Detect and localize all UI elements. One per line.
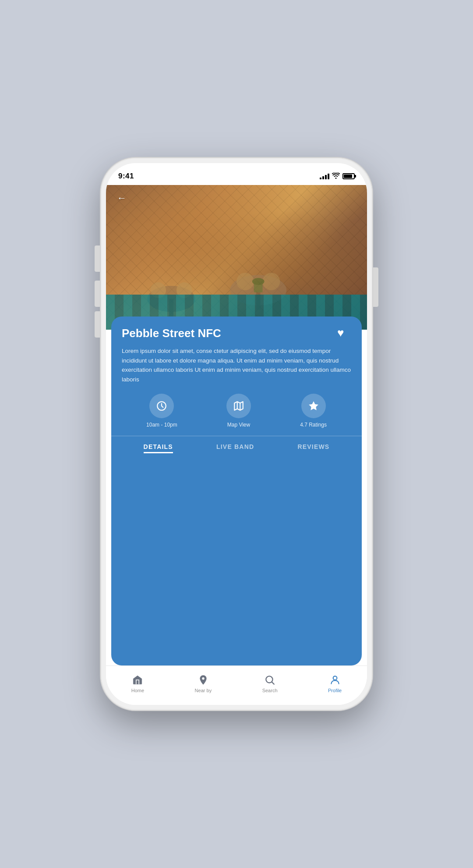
ratings-label: 4.7 Ratings	[300, 422, 327, 428]
home-icon	[131, 674, 144, 686]
hours-label: 10am - 10pm	[146, 422, 177, 428]
nav-home[interactable]: Home	[124, 670, 151, 697]
phone-frame: 9:41	[101, 158, 372, 710]
tabs-row: DETAILS LIVE BAND REVIEWS	[122, 436, 351, 459]
search-icon	[264, 674, 276, 686]
status-time: 9:41	[118, 172, 134, 181]
info-icons-row: 10am - 10pm Map View	[122, 394, 351, 428]
bottom-nav: Home Near by Search	[106, 665, 367, 705]
nav-search[interactable]: Search	[255, 670, 285, 697]
star-icon-circle	[301, 394, 326, 418]
map-icon-circle	[226, 394, 251, 418]
clock-icon-circle	[149, 394, 174, 418]
nav-profile-label: Profile	[328, 688, 342, 693]
nav-search-label: Search	[262, 688, 278, 693]
clock-icon	[156, 400, 167, 412]
wifi-icon	[332, 173, 340, 180]
nearby-icon	[197, 674, 209, 686]
map-view-label: Map View	[227, 422, 250, 428]
ratings-item[interactable]: 4.7 Ratings	[300, 394, 327, 428]
nav-nearby[interactable]: Near by	[188, 670, 219, 697]
map-view-item[interactable]: Map View	[226, 394, 251, 428]
venue-title: Pebble Street NFC	[122, 327, 221, 340]
nav-home-label: Home	[131, 688, 144, 693]
svg-point-6	[236, 273, 254, 290]
heart-icon[interactable]: ♥	[337, 326, 351, 340]
venue-description: Lorem ipsum dolor sit amet, conse ctetur…	[122, 346, 351, 384]
svg-point-9	[252, 278, 265, 285]
battery-icon	[342, 173, 355, 179]
back-arrow-icon: ←	[117, 192, 127, 204]
svg-point-13	[333, 676, 337, 680]
tab-reviews[interactable]: REVIEWS	[297, 443, 329, 453]
back-button[interactable]: ←	[115, 191, 129, 205]
tab-live-band[interactable]: LIVE BAND	[216, 443, 254, 453]
svg-point-11	[202, 677, 204, 679]
phone-notch	[201, 163, 272, 175]
hours-item[interactable]: 10am - 10pm	[146, 394, 177, 428]
map-icon	[233, 400, 244, 412]
venue-title-row: Pebble Street NFC ♥	[122, 326, 351, 340]
status-icons	[320, 173, 355, 180]
signal-icon	[320, 173, 329, 179]
nav-nearby-label: Near by	[195, 688, 212, 693]
star-icon	[308, 400, 319, 412]
svg-point-7	[263, 273, 280, 290]
tab-details[interactable]: DETAILS	[144, 443, 173, 453]
hero-image: ←	[106, 185, 367, 330]
nav-profile[interactable]: Profile	[321, 670, 349, 697]
phone-screen: 9:41	[106, 163, 367, 705]
profile-icon	[329, 674, 341, 686]
info-card: Pebble Street NFC ♥ Lorem ipsum dolor si…	[111, 317, 362, 665]
